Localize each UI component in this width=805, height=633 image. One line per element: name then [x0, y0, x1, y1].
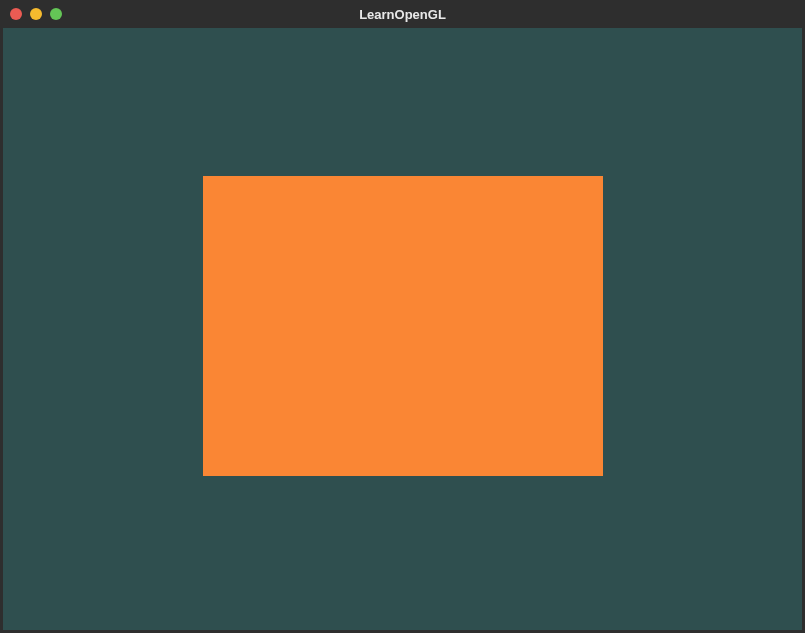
- window-title: LearnOpenGL: [0, 7, 805, 22]
- minimize-button[interactable]: [30, 8, 42, 20]
- traffic-lights: [0, 8, 62, 20]
- maximize-button[interactable]: [50, 8, 62, 20]
- titlebar[interactable]: LearnOpenGL: [0, 0, 805, 28]
- opengl-viewport: [3, 28, 802, 630]
- close-button[interactable]: [10, 8, 22, 20]
- application-window: LearnOpenGL: [0, 0, 805, 633]
- rendered-rectangle: [203, 176, 603, 476]
